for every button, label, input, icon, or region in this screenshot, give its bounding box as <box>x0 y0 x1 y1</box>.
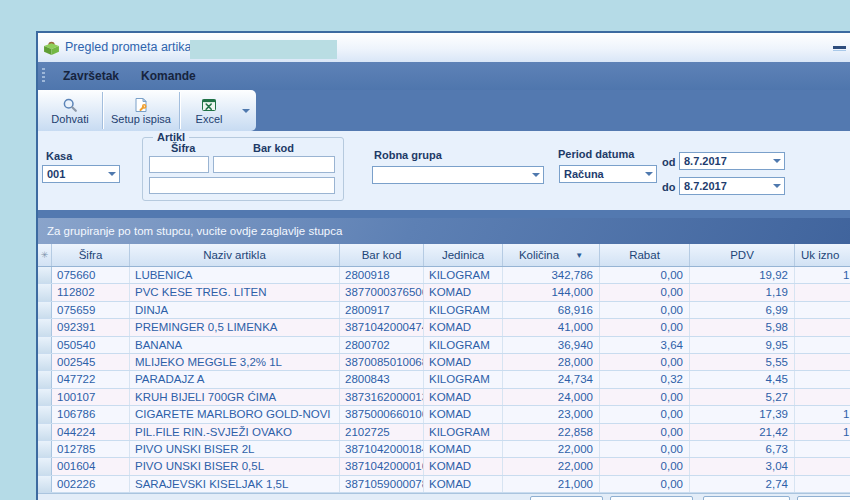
cell-naziv[interactable]: BANANA <box>130 337 340 353</box>
cell-sifra[interactable]: 044224 <box>52 424 130 440</box>
cell-naziv[interactable]: PIVO UNSKI BISER 2L <box>130 441 340 457</box>
cell-uk-iznos[interactable]: 1 <box>795 406 850 422</box>
sifra-input[interactable] <box>149 156 209 173</box>
cell-pdv[interactable]: 3,04 <box>690 458 795 474</box>
od-datepicker[interactable]: 8.7.2017 <box>679 152 785 170</box>
cell-pdv[interactable]: 5,98 <box>690 319 795 335</box>
cell-sifra[interactable]: 106786 <box>52 406 130 422</box>
cell-pdv[interactable]: 6,73 <box>690 441 795 457</box>
cell-pdv[interactable]: 6,99 <box>690 302 795 318</box>
row-indicator[interactable] <box>38 406 52 422</box>
cell-kolicina[interactable]: 23,000 <box>503 406 600 422</box>
cell-uk-iznos[interactable] <box>795 441 850 457</box>
group-by-bar[interactable]: Za grupiranje po tom stupcu, vucite ovdj… <box>38 218 850 244</box>
cell-barkod[interactable]: 3871042000474 <box>340 319 424 335</box>
cell-jedinica[interactable]: KILOGRAM <box>424 267 503 283</box>
dropdown-arrow-icon[interactable] <box>528 173 543 177</box>
column-header-bar-kod[interactable]: Bar kod <box>340 244 424 266</box>
cell-pdv[interactable]: 21,42 <box>690 424 795 440</box>
cell-kolicina[interactable]: 36,940 <box>503 337 600 353</box>
cell-kolicina[interactable]: 22,858 <box>503 424 600 440</box>
column-header-naziv-artikla[interactable]: Naziv artikla <box>130 244 340 266</box>
row-indicator[interactable] <box>38 284 52 300</box>
naziv-input[interactable] <box>149 177 335 194</box>
cell-pdv[interactable]: 1,19 <box>690 284 795 300</box>
period-datuma-combobox[interactable]: Računa <box>559 165 657 183</box>
cell-naziv[interactable]: SARAJEVSKI KISELJAK 1,5L <box>130 476 340 492</box>
cell-uk-iznos[interactable] <box>795 476 850 492</box>
cell-barkod[interactable]: 3875000660106 <box>340 406 424 422</box>
cell-pdv[interactable]: 19,92 <box>690 267 795 283</box>
cell-kolicina[interactable]: 24,000 <box>503 389 600 405</box>
cell-barkod[interactable]: 3870085010068 <box>340 354 424 370</box>
cell-pdv[interactable]: 9,95 <box>690 337 795 353</box>
cell-uk-iznos[interactable] <box>795 354 850 370</box>
cell-naziv[interactable]: KRUH BIJELI 700GR ĆIMA <box>130 389 340 405</box>
cell-barkod[interactable]: 2102725 <box>340 424 424 440</box>
table-row[interactable]: 100107KRUH BIJELI 700GR ĆIMA387316200001… <box>38 389 850 406</box>
row-indicator[interactable] <box>38 441 52 457</box>
cell-jedinica[interactable]: KOMAD <box>424 441 503 457</box>
cell-pdv[interactable]: 2,74 <box>690 476 795 492</box>
cell-uk-iznos[interactable]: 1 <box>795 267 850 283</box>
cell-naziv[interactable]: PARADAJZ A <box>130 371 340 387</box>
dropdown-arrow-icon[interactable] <box>104 172 119 176</box>
row-indicator[interactable] <box>38 319 52 335</box>
table-row[interactable]: 044224PIL.FILE RIN.-SVJEŽI OVAKO2102725K… <box>38 424 850 441</box>
kasa-combobox[interactable]: 001 <box>42 165 120 183</box>
cell-kolicina[interactable]: 22,000 <box>503 441 600 457</box>
table-row[interactable]: 002545MLIJEKO MEGGLE 3,2% 1L387008501006… <box>38 354 850 371</box>
table-row[interactable]: 001604PIVO UNSKI BISER 0,5L3871042000016… <box>38 458 850 475</box>
cell-sifra[interactable]: 012785 <box>52 441 130 457</box>
cell-rabat[interactable]: 0,00 <box>600 302 690 318</box>
cell-barkod[interactable]: 2800702 <box>340 337 424 353</box>
cell-sifra[interactable]: 050540 <box>52 337 130 353</box>
menu-item-zavrsetak[interactable]: Završetak <box>52 62 130 90</box>
cell-rabat[interactable]: 0,00 <box>600 424 690 440</box>
cell-pdv[interactable]: 5,27 <box>690 389 795 405</box>
do-datepicker[interactable]: 8.7.2017 <box>679 177 785 195</box>
row-indicator[interactable] <box>38 302 52 318</box>
cell-uk-iznos[interactable] <box>795 458 850 474</box>
row-indicator[interactable] <box>38 424 52 440</box>
dropdown-arrow-icon[interactable] <box>769 159 784 163</box>
cell-pdv[interactable]: 4,45 <box>690 371 795 387</box>
table-row[interactable]: 112802PVC KESE TREG. LITEN3877000376506K… <box>38 284 850 301</box>
table-row[interactable]: 050540BANANA2800702KILOGRAM36,9403,649,9… <box>38 337 850 354</box>
cell-uk-iznos[interactable] <box>795 337 850 353</box>
cell-barkod[interactable]: 3871059000078 <box>340 476 424 492</box>
column-header-jedinica[interactable]: Jedinica <box>424 244 503 266</box>
cell-naziv[interactable]: LUBENICA <box>130 267 340 283</box>
cell-rabat[interactable]: 0,00 <box>600 441 690 457</box>
minimize-button[interactable] <box>833 46 846 54</box>
cell-barkod[interactable]: 3877000376506 <box>340 284 424 300</box>
cell-kolicina[interactable]: 24,734 <box>503 371 600 387</box>
cell-jedinica[interactable]: KOMAD <box>424 319 503 335</box>
cell-jedinica[interactable]: KILOGRAM <box>424 337 503 353</box>
column-header-rabat[interactable]: Rabat <box>600 244 690 266</box>
cell-sifra[interactable]: 112802 <box>52 284 130 300</box>
cell-kolicina[interactable]: 22,000 <box>503 458 600 474</box>
setup-ispisa-button[interactable]: Setup ispisa <box>103 90 179 131</box>
cell-naziv[interactable]: PREMINGER 0,5 LIMENKA <box>130 319 340 335</box>
cell-naziv[interactable]: PIL.FILE RIN.-SVJEŽI OVAKO <box>130 424 340 440</box>
cell-uk-iznos[interactable] <box>795 319 850 335</box>
cell-naziv[interactable]: PVC KESE TREG. LITEN <box>130 284 340 300</box>
cell-kolicina[interactable]: 144,000 <box>503 284 600 300</box>
cell-jedinica[interactable]: KOMAD <box>424 354 503 370</box>
cell-sifra[interactable]: 001604 <box>52 458 130 474</box>
cell-sifra[interactable]: 002545 <box>52 354 130 370</box>
cell-naziv[interactable]: CIGARETE MARLBORO GOLD-NOVI <box>130 406 340 422</box>
dropdown-arrow-icon[interactable] <box>769 184 784 188</box>
cell-sifra[interactable]: 092391 <box>52 319 130 335</box>
column-header-pdv[interactable]: PDV <box>690 244 795 266</box>
cell-rabat[interactable]: 3,64 <box>600 337 690 353</box>
cell-uk-iznos[interactable] <box>795 371 850 387</box>
cell-jedinica[interactable]: KOMAD <box>424 284 503 300</box>
cell-pdv[interactable]: 17,39 <box>690 406 795 422</box>
cell-rabat[interactable]: 0,00 <box>600 354 690 370</box>
cell-barkod[interactable]: 3873162000013 <box>340 389 424 405</box>
cell-uk-iznos[interactable] <box>795 284 850 300</box>
barkod-input[interactable] <box>213 156 335 173</box>
cell-kolicina[interactable]: 21,000 <box>503 476 600 492</box>
